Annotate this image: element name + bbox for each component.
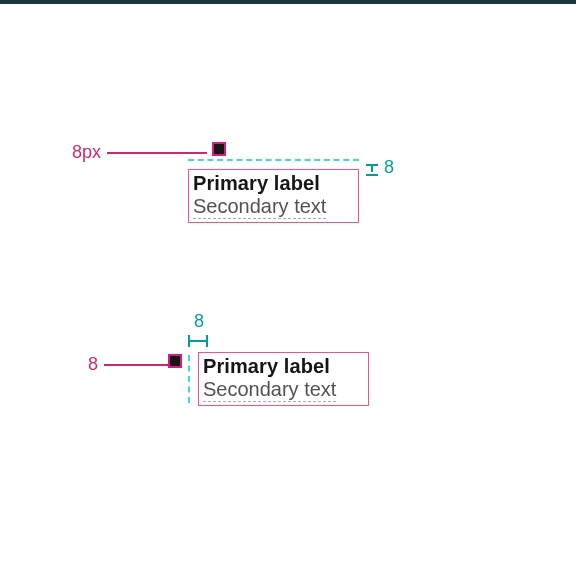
secondary-text: Secondary text: [193, 195, 326, 219]
padding-guide-dashed-vertical: [188, 355, 190, 403]
list-item-text-box: Primary label Secondary text: [188, 169, 359, 223]
spacing-leader-left: 8: [88, 354, 174, 375]
structured-list-marker-square: [214, 144, 224, 154]
spec-canvas: 8px 8 Primary label Secondary text 8 8 P…: [0, 4, 576, 578]
primary-label: Primary label: [203, 354, 364, 378]
spacing-leader-line: [104, 364, 174, 366]
vertical-gap-indicator: 8: [366, 157, 394, 178]
primary-label: Primary label: [193, 171, 354, 195]
horizontal-gap-value: 8: [194, 311, 204, 332]
h-bar-horizontal-icon: [188, 335, 208, 347]
structured-list-marker-square: [170, 356, 180, 366]
spacing-leader-label: 8px: [72, 142, 101, 163]
spacing-leader-label: 8: [88, 354, 98, 375]
secondary-text: Secondary text: [203, 378, 336, 402]
list-item-text-box: Primary label Secondary text: [198, 352, 369, 406]
spacing-leader-line: [107, 152, 207, 154]
spacing-leader-left: 8px: [72, 142, 207, 163]
i-bar-vertical-icon: [366, 162, 378, 174]
vertical-gap-value: 8: [384, 157, 394, 178]
padding-guide-dashed-horizontal: [188, 159, 359, 161]
